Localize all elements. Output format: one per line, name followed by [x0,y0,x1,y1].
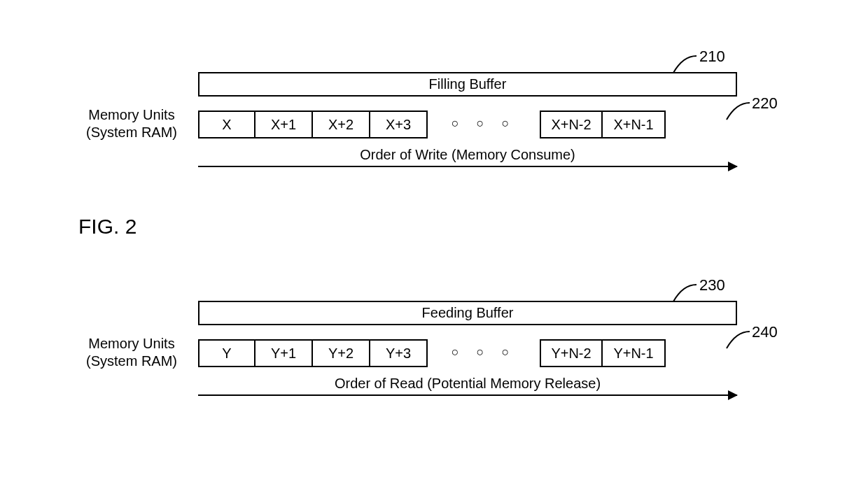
read-order-arrow: Order of Read (Potential Memory Release) [198,376,737,396]
ref-num-240: 240 [752,323,778,341]
filling-buffer-label: Filling Buffer [429,76,507,92]
mem-cell: Y+N-1 [603,339,666,367]
memory-units-line1-top: Memory Units [78,106,185,124]
ref-num-230: 230 [699,276,725,294]
figure-label: FIG. 2 [78,215,136,239]
mem-cell: Y+1 [255,339,313,367]
ref-num-220: 220 [752,94,778,113]
memory-units-label-top: Memory Units (System RAM) [78,106,185,141]
mem-cell: Y+2 [313,339,370,367]
ellipsis: ○ ○ ○ [428,346,540,361]
arrow-line [198,394,737,396]
memory-units-line2-bottom: (System RAM) [78,353,185,370]
filling-buffer-box: Filling Buffer [198,72,737,97]
arrow-line [198,166,737,167]
read-order-label: Order of Read (Potential Memory Release) [335,376,601,392]
mem-cell: X [198,111,255,138]
memory-units-label-bottom: Memory Units (System RAM) [78,335,185,370]
memory-units-line2-top: (System RAM) [78,124,185,141]
write-order-arrow: Order of Write (Memory Consume) [198,147,737,167]
mem-cell: X+1 [255,111,313,138]
mem-cell: Y+3 [370,339,428,367]
memory-units-line1-bottom: Memory Units [78,335,185,353]
mem-cell: X+2 [313,111,370,138]
figure-canvas: FIG. 2 210 Filling Buffer 220 Memory Uni… [0,0,868,498]
memory-unit-row-top: X X+1 X+2 X+3 ○ ○ ○ X+N-2 X+N-1 [198,111,737,138]
feeding-buffer-box: Feeding Buffer [198,301,737,325]
mem-cell: X+3 [370,111,428,138]
write-order-label: Order of Write (Memory Consume) [360,147,575,163]
mem-cell: X+N-1 [603,111,666,138]
mem-cell: Y [198,339,255,367]
mem-cell: X+N-2 [540,111,603,138]
ellipsis: ○ ○ ○ [428,118,540,132]
mem-cell: Y+N-2 [540,339,603,367]
ref-num-210: 210 [699,48,725,66]
feeding-buffer-label: Feeding Buffer [422,305,514,321]
memory-unit-row-bottom: Y Y+1 Y+2 Y+3 ○ ○ ○ Y+N-2 Y+N-1 [198,339,737,367]
